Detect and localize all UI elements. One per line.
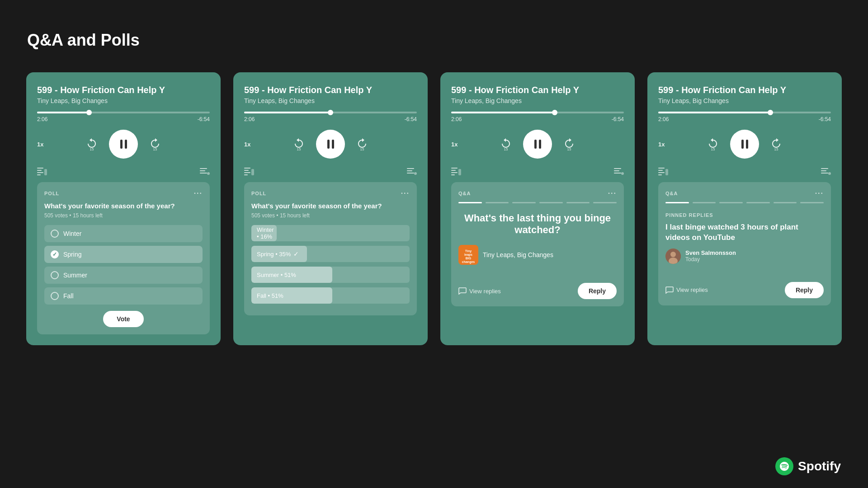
card3-tab-6[interactable]: [593, 202, 617, 203]
card2-rewind-btn[interactable]: 15: [292, 137, 305, 151]
card2-pause-btn[interactable]: [316, 130, 345, 159]
card1-vote-button[interactable]: Vote: [103, 311, 143, 327]
card2-chapters-icon[interactable]: [244, 168, 254, 176]
card3-tab-3[interactable]: [512, 202, 536, 203]
card2-result-fall-label: Fall • 51%: [257, 292, 283, 299]
card3-list-icon[interactable]: [614, 168, 624, 176]
card3-rewind-btn[interactable]: 15: [500, 137, 512, 151]
svg-rect-21: [451, 174, 455, 175]
card2-list-icon[interactable]: [407, 168, 417, 176]
svg-rect-15: [407, 170, 412, 171]
card4-qa-menu[interactable]: ···: [815, 189, 824, 197]
card4-reply-button[interactable]: Reply: [785, 282, 824, 298]
card4-progress-bar[interactable]: [658, 112, 831, 113]
card1-poll-label: POLL ···: [44, 189, 203, 197]
card4-tab-6[interactable]: [800, 202, 824, 203]
svg-rect-38: [821, 170, 826, 171]
card1-option-winter[interactable]: Winter: [44, 225, 203, 242]
card4-pinned-text: I last binge watched 3 hours of plant vi…: [665, 222, 824, 243]
card3-tab-2[interactable]: [486, 202, 509, 203]
card1-list-icon[interactable]: [200, 168, 210, 176]
card1-chapters-icon[interactable]: [37, 168, 47, 176]
card4-tab-5[interactable]: [774, 202, 797, 203]
card3-tab-4[interactable]: [539, 202, 563, 203]
card4-progress-handle: [768, 110, 773, 115]
card2-poll-question: What's your favorite season of the year?: [251, 202, 410, 210]
card4-tab-4[interactable]: [746, 202, 770, 203]
svg-rect-24: [614, 170, 619, 171]
card4-view-replies-btn[interactable]: View replies: [665, 286, 708, 294]
card2-result-winter-label: Winter • 16%: [257, 226, 277, 240]
svg-rect-1: [37, 170, 42, 171]
card4-pinned-label: PINNED REPLIES: [665, 212, 824, 218]
card3-view-replies-btn[interactable]: View replies: [458, 287, 501, 295]
card3-view-replies-label: View replies: [469, 288, 501, 295]
card4-rewind-btn[interactable]: 15: [707, 137, 719, 151]
card3-tab-1[interactable]: [458, 202, 482, 203]
card4-subtitle: Tiny Leaps, Big Changes: [658, 97, 831, 104]
svg-rect-11: [244, 172, 250, 173]
card-qa-pinned: 599 - How Friction Can Help Y Tiny Leaps…: [647, 72, 842, 345]
svg-rect-16: [407, 173, 414, 174]
card1-title: 599 - How Friction Can Help Y: [37, 85, 210, 95]
card-poll-unvoted: 599 - How Friction Can Help Y Tiny Leaps…: [26, 72, 221, 345]
card4-time-current: 2:06: [658, 116, 669, 122]
spotify-icon: [775, 457, 793, 475]
card1-option-winter-label: Winter: [63, 230, 81, 237]
svg-rect-39: [821, 173, 828, 174]
card2-speed-btn[interactable]: 1x: [244, 141, 250, 148]
card1-poll-menu[interactable]: ···: [194, 189, 203, 197]
card2-forward-btn[interactable]: 15: [356, 137, 368, 151]
card4-speed-btn[interactable]: 1x: [658, 141, 665, 148]
card1-radio-spring: ✓: [51, 250, 59, 258]
card2-bottom-icons: [244, 168, 417, 176]
card2-result-summer-label: Summer • 51%: [257, 272, 296, 278]
card4-view-replies-label: View replies: [676, 286, 708, 293]
card1-rewind-btn[interactable]: 15: [85, 137, 98, 151]
svg-rect-25: [614, 173, 621, 174]
card-poll-results: 599 - How Friction Can Help Y Tiny Leaps…: [233, 72, 428, 345]
card1-option-fall-label: Fall: [63, 292, 74, 300]
svg-rect-14: [407, 168, 414, 169]
card1-pause-btn[interactable]: [109, 130, 138, 159]
card4-forward-label: 15: [774, 147, 778, 151]
card4-list-icon[interactable]: [821, 168, 831, 176]
card4-forward-btn[interactable]: 15: [770, 137, 783, 151]
card3-progress-bar[interactable]: [451, 112, 624, 113]
svg-rect-5: [200, 168, 207, 169]
svg-rect-6: [200, 170, 205, 171]
card4-tab-3[interactable]: [719, 202, 743, 203]
card4-tab-2[interactable]: [693, 202, 716, 203]
card1-speed-btn[interactable]: 1x: [37, 141, 43, 148]
card3-title: 599 - How Friction Can Help Y: [451, 85, 624, 95]
card4-pause-btn[interactable]: [730, 130, 759, 159]
card2-subtitle: Tiny Leaps, Big Changes: [244, 97, 417, 104]
card-qa-question: 599 - How Friction Can Help Y Tiny Leaps…: [440, 72, 635, 345]
card3-chapters-icon[interactable]: [451, 168, 461, 176]
card1-time-row: 2:06 -6:54: [37, 116, 210, 122]
card1-progress-bar[interactable]: [37, 112, 210, 113]
card4-chapters-icon[interactable]: [658, 168, 668, 176]
card4-reply-avatar: [665, 249, 681, 264]
card4-tab-1[interactable]: [665, 202, 689, 203]
card3-reply-button[interactable]: Reply: [578, 283, 617, 299]
card4-bottom-icons: [658, 168, 831, 176]
card2-result-summer: Summer • 51%: [251, 267, 410, 283]
card3-pause-btn[interactable]: [523, 130, 552, 159]
card1-option-fall[interactable]: Fall: [44, 287, 203, 305]
card1-forward-btn[interactable]: 15: [149, 137, 161, 151]
card3-tab-5[interactable]: [566, 202, 590, 203]
card3-speed-btn[interactable]: 1x: [451, 141, 458, 148]
card2-poll-menu[interactable]: ···: [401, 189, 410, 197]
card3-forward-btn[interactable]: 15: [563, 137, 576, 151]
card3-controls: 1x 15 15: [451, 130, 624, 159]
svg-rect-12: [244, 174, 248, 175]
svg-rect-22: [458, 169, 461, 175]
card3-qa-menu[interactable]: ···: [608, 189, 617, 197]
card1-option-summer[interactable]: Summer: [44, 267, 203, 284]
card4-reply-user-name: Sven Salmonsson: [685, 249, 736, 256]
card3-bottom-icons: [451, 168, 624, 176]
card2-progress-bar[interactable]: [244, 112, 417, 113]
card1-option-summer-label: Summer: [63, 272, 87, 279]
card1-option-spring[interactable]: ✓ Spring: [44, 246, 203, 263]
